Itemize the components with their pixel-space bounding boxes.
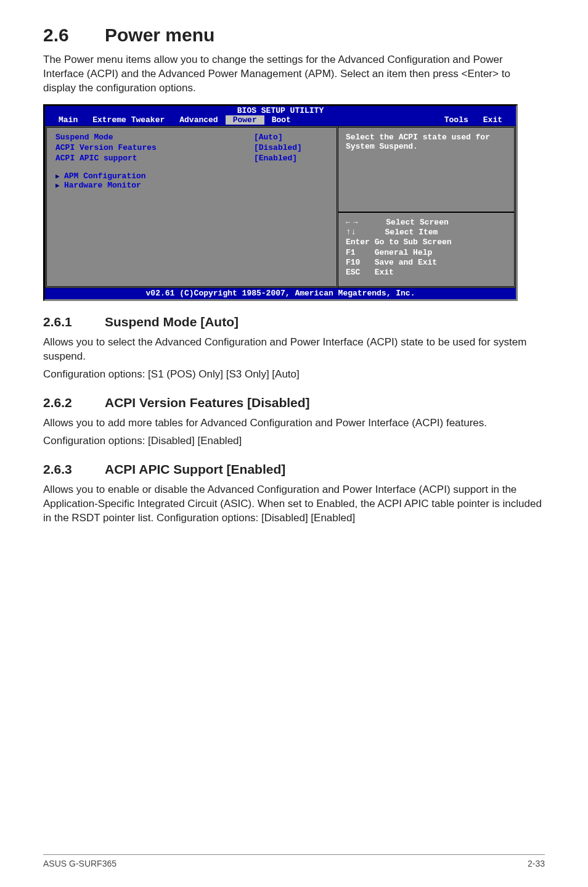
bios-help-panel: Select the ACPI state used for System Su… (338, 126, 516, 289)
bios-settings-panel: Suspend Mode [Auto] ACPI Version Feature… (45, 126, 338, 289)
section-heading: 2.6.2ACPI Version Features [Disabled] (43, 395, 545, 410)
bios-footer: v02.61 (C)Copyright 1985-2007, American … (45, 288, 516, 299)
page-footer: ASUS G-SURF365 2-33 (43, 854, 545, 868)
section-title: ACPI Version Features [Disabled] (105, 395, 310, 410)
key-row: ↑↓ Select Item (346, 228, 507, 237)
section-paragraph: Allows you to enable or disable the Adva… (43, 483, 545, 526)
key-row: F10 Save and Exit (346, 258, 507, 268)
bios-tab-extreme-tweaker[interactable]: Extreme Tweaker (85, 115, 172, 125)
footer-right: 2-33 (528, 859, 545, 868)
bios-help-text: Select the ACPI state used for System Su… (338, 128, 514, 156)
bios-tab-tools[interactable]: Tools (437, 115, 476, 125)
bios-item-value: [Enabled] (254, 154, 328, 163)
section-heading: 2.6.1Suspend Mode [Auto] (43, 315, 545, 329)
heading-number: 2.6 (43, 25, 105, 46)
bios-item-value: [Auto] (254, 133, 328, 142)
bios-title: BIOS SETUP UTILITY (45, 106, 516, 115)
bios-item-acpi-apic[interactable]: ACPI APIC support [Enabled] (55, 154, 328, 163)
key-desc: Select Screen (357, 218, 449, 227)
heading-title: Power menu (105, 25, 214, 45)
section-title: Suspend Mode [Auto] (105, 315, 239, 329)
bios-item-label: ACPI Version Features (55, 143, 254, 152)
key-row: ← → Select Screen (346, 218, 507, 228)
section-paragraph: Allows you to select the Advanced Config… (43, 336, 545, 364)
arrows-up-down-icon: ↑↓ (346, 229, 356, 236)
section-paragraph: Allows you to add more tables for Advanc… (43, 416, 545, 431)
section-number: 2.6.2 (43, 395, 105, 410)
bios-submenus: ▶APM Configuration ▶Hardware Monitor (55, 171, 328, 190)
triangle-right-icon: ▶ (55, 172, 62, 180)
bios-tab-exit[interactable]: Exit (476, 115, 510, 125)
section-heading: 2.6.3ACPI APIC Support [Enabled] (43, 462, 545, 477)
section-number: 2.6.3 (43, 462, 105, 477)
bios-tab-main[interactable]: Main (51, 115, 85, 125)
bios-tab-advanced[interactable]: Advanced (172, 115, 225, 125)
section-paragraph: Configuration options: [S1 (POS) Only] [… (43, 368, 545, 382)
bios-screen: BIOS SETUP UTILITY Main Extreme Tweaker … (43, 104, 518, 302)
page-heading: 2.6Power menu (43, 25, 545, 46)
bios-item-label: Suspend Mode (55, 133, 254, 142)
arrows-left-right-icon: ← → (346, 218, 357, 227)
bios-submenu-label: APM Configuration (64, 171, 146, 181)
bios-tab-boot[interactable]: Boot (264, 115, 298, 125)
bios-tab-power[interactable]: Power (226, 115, 264, 125)
bios-item-label: ACPI APIC support (55, 154, 254, 163)
bios-menu-bar: Main Extreme Tweaker Advanced Power Boot… (45, 115, 516, 126)
footer-left: ASUS G-SURF365 (43, 859, 116, 868)
triangle-right-icon: ▶ (55, 181, 62, 189)
bios-key-legend: ← → Select Screen ↑↓ Select Item Enter G… (338, 212, 514, 287)
intro-paragraph: The Power menu items allow you to change… (43, 53, 545, 96)
bios-item-suspend-mode[interactable]: Suspend Mode [Auto] (55, 133, 328, 142)
bios-submenu-label: Hardware Monitor (64, 181, 141, 190)
key-row: ESC Exit (346, 268, 507, 278)
key-row: F1 General Help (346, 248, 507, 258)
key-row: Enter Go to Sub Screen (346, 237, 507, 247)
bios-item-acpi-version[interactable]: ACPI Version Features [Disabled] (55, 143, 328, 152)
bios-submenu-hardware-monitor[interactable]: ▶Hardware Monitor (55, 181, 328, 190)
section-title: ACPI APIC Support [Enabled] (105, 462, 285, 476)
key-desc: Select Item (356, 228, 438, 237)
bios-submenu-apm[interactable]: ▶APM Configuration (55, 171, 328, 181)
section-number: 2.6.1 (43, 315, 105, 329)
section-paragraph: Configuration options: [Disabled] [Enabl… (43, 434, 545, 448)
bios-item-value: [Disabled] (254, 143, 328, 152)
bios-body: Suspend Mode [Auto] ACPI Version Feature… (45, 126, 516, 289)
bios-help-spacer (338, 156, 514, 212)
